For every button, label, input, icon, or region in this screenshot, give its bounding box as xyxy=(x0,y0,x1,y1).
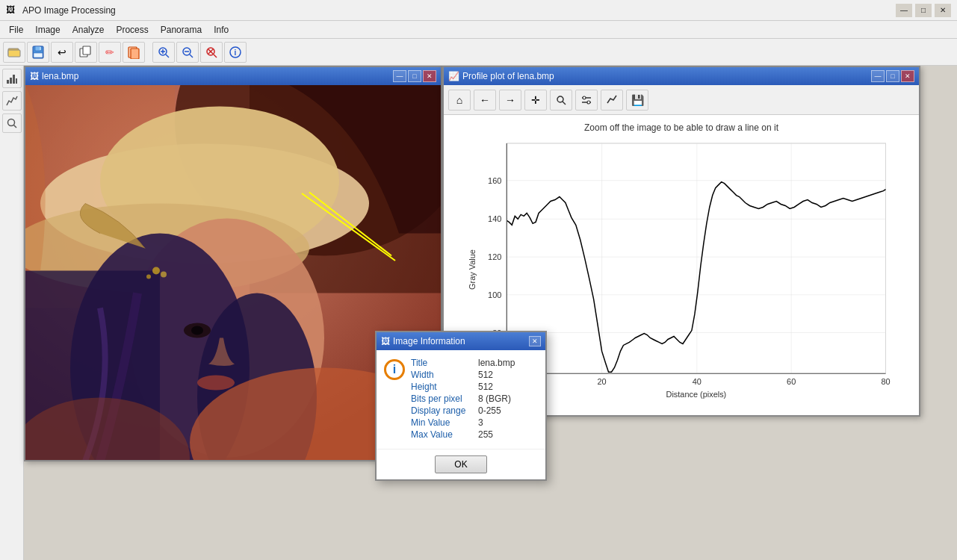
toolbar: ↩ ✏ xyxy=(0,39,957,66)
menu-file[interactable]: File xyxy=(3,23,29,37)
profile-close[interactable]: ✕ xyxy=(901,70,914,82)
info-row-minval: Min Value 3 xyxy=(411,417,538,428)
zoom-in-button[interactable] xyxy=(152,42,175,63)
value-bpp: 8 (BGR) xyxy=(478,393,511,404)
value-width: 512 xyxy=(478,370,493,380)
svg-rect-4 xyxy=(34,53,43,57)
svg-text:20: 20 xyxy=(598,377,607,386)
svg-point-46 xyxy=(152,267,160,275)
menu-analyze[interactable]: Analyze xyxy=(66,23,111,37)
svg-text:Distance (pixels): Distance (pixels) xyxy=(666,390,727,399)
info-dialog: 🖼 Image Information ✕ i Title lena.bmp W… xyxy=(375,331,547,481)
info-row-height: Height 512 xyxy=(411,382,538,392)
info-icon-area: i xyxy=(384,358,405,441)
histogram-button[interactable] xyxy=(2,69,22,88)
plot-forward-button[interactable]: → xyxy=(499,90,521,111)
svg-rect-25 xyxy=(13,75,15,84)
svg-line-18 xyxy=(214,55,217,57)
info-row-title: Title lena.bmp xyxy=(411,358,538,368)
menu-info[interactable]: Info xyxy=(208,23,235,37)
dialog-footer: OK xyxy=(377,449,545,479)
svg-point-27 xyxy=(7,119,14,126)
image-minimize[interactable]: — xyxy=(393,70,406,82)
zoom-out-button[interactable] xyxy=(176,42,199,63)
plot-pan-button[interactable]: ✛ xyxy=(524,90,547,111)
svg-text:140: 140 xyxy=(488,214,501,223)
info-row-width: Width 512 xyxy=(411,370,538,380)
image-window-icon: 🖼 xyxy=(30,71,39,81)
edit-button[interactable]: ✏ xyxy=(99,42,121,63)
app-title: APO Image Processing xyxy=(22,5,896,16)
svg-text:160: 160 xyxy=(488,176,501,185)
svg-rect-23 xyxy=(7,80,9,84)
dialog-icon: 🖼 xyxy=(381,336,390,346)
duplicate-button[interactable] xyxy=(75,42,97,63)
svg-rect-1 xyxy=(8,50,20,57)
window-controls: — □ ✕ xyxy=(896,4,951,17)
menu-panorama[interactable]: Panorama xyxy=(155,23,208,37)
profile-minimize[interactable]: — xyxy=(871,70,885,82)
chart-button[interactable] xyxy=(2,91,22,111)
left-sidebar xyxy=(0,66,24,560)
dialog-titlebar[interactable]: 🖼 Image Information ✕ xyxy=(377,332,545,350)
ok-button[interactable]: OK xyxy=(435,455,487,473)
profile-maximize[interactable]: □ xyxy=(886,70,899,82)
svg-rect-9 xyxy=(131,49,139,59)
image-maximize[interactable]: □ xyxy=(408,70,421,82)
label-bpp: Bits per pixel xyxy=(411,393,478,404)
value-maxval: 255 xyxy=(478,429,493,440)
menu-process[interactable]: Process xyxy=(110,23,154,37)
profile-window-titlebar[interactable]: 📈 Profile plot of lena.bmp — □ ✕ xyxy=(444,67,919,85)
svg-text:100: 100 xyxy=(488,290,501,299)
app-icon: 🖼 xyxy=(6,4,18,16)
main-area: 🖼 lena.bmp — □ ✕ xyxy=(0,66,957,560)
plot-back-button[interactable]: ← xyxy=(474,90,496,111)
label-title: Title xyxy=(411,358,478,368)
svg-point-43 xyxy=(191,326,203,335)
info-button[interactable]: i xyxy=(224,42,247,63)
svg-text:Gray Value: Gray Value xyxy=(468,249,477,290)
info-row-maxval: Max Value 255 xyxy=(411,429,538,440)
dialog-title: Image Information xyxy=(393,336,529,346)
svg-text:60: 60 xyxy=(787,377,796,386)
plot-subtitle: Zoom off the image to be able to draw a … xyxy=(451,122,911,133)
svg-text:120: 120 xyxy=(488,252,501,261)
svg-rect-5 xyxy=(40,47,41,50)
svg-line-15 xyxy=(190,55,193,57)
svg-line-51 xyxy=(563,102,566,105)
zoom-reset-button[interactable] xyxy=(200,42,223,63)
info-circle-icon: i xyxy=(384,359,405,380)
plot-home-button[interactable]: ⌂ xyxy=(448,90,471,111)
image-close[interactable]: ✕ xyxy=(423,70,436,82)
profile-window-icon: 📈 xyxy=(448,71,459,81)
save-button[interactable] xyxy=(27,42,49,63)
value-height: 512 xyxy=(478,382,493,392)
svg-point-47 xyxy=(161,272,167,278)
dialog-close-button[interactable]: ✕ xyxy=(529,336,541,346)
label-height: Height xyxy=(411,382,478,392)
svg-point-44 xyxy=(197,376,235,391)
plot-save-button[interactable]: 💾 xyxy=(626,90,648,111)
minimize-button[interactable]: — xyxy=(896,4,912,17)
image-window-titlebar[interactable]: 🖼 lena.bmp — □ ✕ xyxy=(25,67,441,85)
profile-window-controls: — □ ✕ xyxy=(871,70,914,82)
value-title: lena.bmp xyxy=(478,358,515,368)
profile-window-title: Profile plot of lena.bmp xyxy=(462,71,871,81)
info-table: Title lena.bmp Width 512 Height 512 Bits… xyxy=(411,358,538,441)
plot-settings-button[interactable] xyxy=(575,90,598,111)
plot-zoom-button[interactable] xyxy=(550,90,572,111)
close-button[interactable]: ✕ xyxy=(935,4,951,17)
magnify-button[interactable] xyxy=(2,113,22,133)
undo-button[interactable]: ↩ xyxy=(51,42,73,63)
svg-text:80: 80 xyxy=(881,377,890,386)
menu-image[interactable]: Image xyxy=(29,23,66,37)
svg-point-50 xyxy=(557,96,563,102)
svg-text:40: 40 xyxy=(693,377,702,386)
maximize-button[interactable]: □ xyxy=(915,4,932,17)
open-button[interactable] xyxy=(3,42,25,63)
svg-text:i: i xyxy=(235,49,237,57)
label-width: Width xyxy=(411,370,478,380)
plot-trend-button[interactable] xyxy=(601,90,623,111)
copy-button[interactable] xyxy=(123,42,145,63)
svg-point-54 xyxy=(583,96,586,99)
